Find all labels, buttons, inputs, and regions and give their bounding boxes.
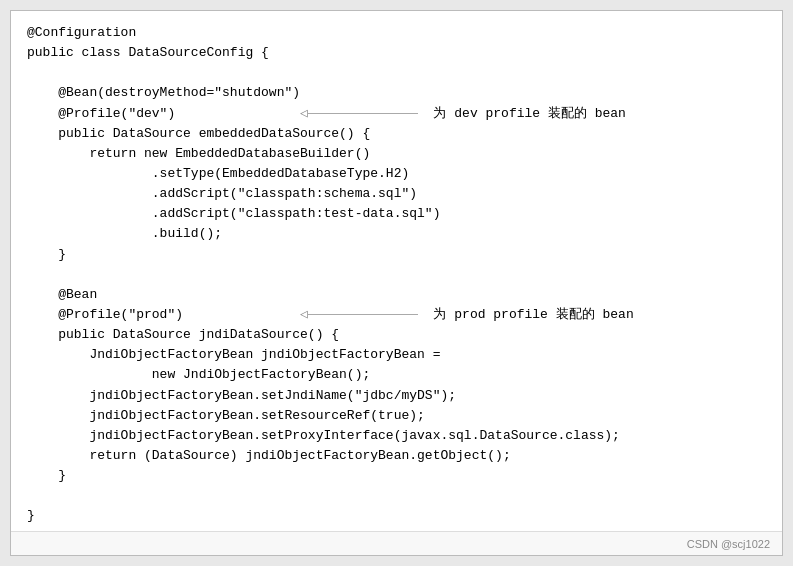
code-block: @Configuration public class DataSourceCo… [27,23,766,527]
page-wrapper: @Configuration public class DataSourceCo… [0,0,793,566]
footer: CSDN @scj1022 [11,531,782,555]
watermark: CSDN @scj1022 [687,538,770,550]
code-area: @Configuration public class DataSourceCo… [11,11,782,531]
code-container: @Configuration public class DataSourceCo… [10,10,783,556]
